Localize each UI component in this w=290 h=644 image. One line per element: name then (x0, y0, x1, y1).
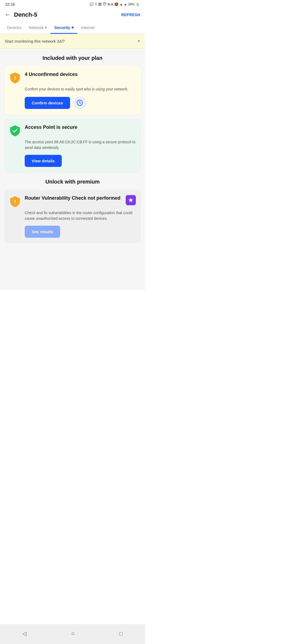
refresh-button[interactable]: REFRESH (121, 13, 140, 17)
confirm-devices-button[interactable]: Confirm devices (25, 97, 70, 109)
status-bar: 22:16 💬 ⠿ 🖼 ⏰ N ⊞ 🔕 ▲ ▲ 28% 🔋 (0, 0, 145, 8)
shield-warning-icon: ! (10, 72, 20, 84)
nfc-icon: N (108, 3, 110, 6)
access-point-card: Access Point is secure The access point … (4, 119, 141, 172)
dots-icon: ⠿ (95, 2, 97, 6)
router-vulnerability-actions: See results (9, 226, 136, 238)
image-icon: 🖼 (98, 2, 102, 6)
access-point-actions: View details (9, 155, 136, 167)
access-point-desc: The access point 88:A6:C6:2C:CB:FF is us… (9, 139, 136, 151)
battery-icon: 🔋 (136, 2, 140, 6)
router-vulnerability-header: ! Router Vulnerability Check not perform… (9, 195, 136, 207)
page-title: Dench-5 (14, 11, 121, 18)
unconfirmed-devices-card: ! 4 Unconfirmed devices Confirm your dev… (4, 66, 141, 115)
security-dot (72, 27, 74, 28)
status-icons: 💬 ⠿ 🖼 ⏰ N ⊞ 🔕 ▲ ▲ 28% 🔋 (90, 2, 140, 6)
wifi-icon: ▲ (119, 2, 123, 6)
status-time: 22:16 (5, 2, 15, 6)
access-point-header: Access Point is secure (9, 124, 136, 137)
unconfirmed-devices-icon: ! (9, 72, 21, 84)
router-vulnerability-title: Router Vulnerability Check not performed (25, 195, 126, 201)
svg-text:!: ! (14, 75, 16, 81)
unconfirmed-devices-title: 4 Unconfirmed devices (25, 71, 78, 78)
banner-close-button[interactable]: × (137, 38, 140, 44)
premium-badge (126, 195, 136, 205)
see-results-button[interactable]: See results (25, 226, 60, 238)
router-title-row: Router Vulnerability Check not performed (25, 195, 136, 205)
monitoring-banner: Start monitoring this network 24/7 × (0, 34, 145, 49)
network-dot (45, 27, 47, 28)
back-button[interactable]: ← (5, 10, 13, 19)
access-point-title: Access Point is secure (25, 124, 77, 130)
view-details-button[interactable]: View details (25, 155, 62, 167)
whatsapp-icon: 💬 (90, 2, 94, 6)
router-vulnerability-icon: ! (9, 196, 21, 207)
tab-internet[interactable]: Internet (77, 22, 99, 34)
signal-icon: ▲ (124, 2, 127, 6)
tab-security[interactable]: Security (50, 22, 77, 34)
schedule-button[interactable] (73, 96, 86, 109)
top-bar: ← Dench-5 REFRESH (0, 8, 145, 22)
star-icon (128, 197, 134, 203)
tab-bar: Devices Network Security Internet (0, 22, 145, 34)
unconfirmed-devices-actions: Confirm devices (9, 96, 136, 109)
included-section-title: Included with your plan (4, 55, 141, 61)
tab-network[interactable]: Network (25, 22, 50, 34)
tab-devices[interactable]: Devices (3, 22, 25, 34)
banner-text: Start monitoring this network 24/7 (5, 39, 65, 43)
main-content: Included with your plan ! 4 Unconfirmed … (0, 49, 145, 290)
router-vulnerability-card: ! Router Vulnerability Check not perform… (4, 190, 141, 243)
clock-icon (77, 100, 83, 106)
alarm-icon: ⏰ (103, 2, 107, 6)
svg-text:!: ! (14, 199, 16, 205)
unconfirmed-devices-header: ! 4 Unconfirmed devices (9, 71, 136, 84)
shield-warning-orange-icon: ! (10, 196, 20, 207)
unconfirmed-devices-desc: Confirm your devices to easily spot who … (9, 86, 136, 92)
battery-level: 28% (128, 2, 135, 6)
mute-icon: 🔕 (114, 2, 118, 6)
shield-check-icon (10, 125, 20, 137)
premium-section-title: Unlock with premium (4, 179, 141, 185)
grid-icon: ⊞ (111, 3, 113, 6)
access-point-icon (9, 125, 21, 137)
router-vulnerability-desc: Check and fix vulnerabilities in the rou… (9, 210, 136, 221)
